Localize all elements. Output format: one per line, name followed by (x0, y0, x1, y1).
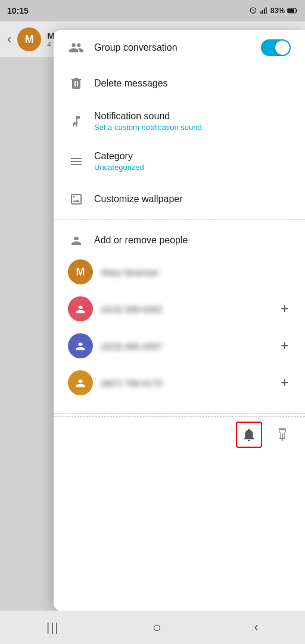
category-label: Category (94, 151, 291, 162)
svg-rect-5 (288, 9, 295, 13)
settings-panel: Group conversation Delete messages Notif… (54, 30, 305, 611)
nav-back-icon[interactable]: ‹ (254, 620, 259, 635)
notification-sound-text: Notification sound Set a custom notifica… (94, 111, 291, 132)
battery-icon (287, 7, 298, 14)
panel-bottom-bar (54, 416, 305, 453)
alarm-icon (249, 7, 257, 15)
people-section-header: Add or remove people (54, 222, 305, 253)
person-item-3: (415) 466-4307 + (54, 327, 305, 364)
pin-button[interactable] (269, 422, 295, 448)
notification-sound-item[interactable]: Notification sound Set a custom notifica… (54, 101, 305, 141)
status-time: 10:15 (7, 6, 29, 16)
person-avatar-1: M (68, 259, 93, 284)
bell-icon (241, 427, 257, 442)
music-icon (68, 113, 85, 130)
group-toggle[interactable] (261, 39, 291, 56)
person-name-3: (415) 466-4307 (101, 341, 270, 351)
delete-messages-label: Delete messages (94, 78, 291, 89)
group-conversation-label: Group conversation (94, 42, 251, 53)
notification-sound-label: Notification sound (94, 111, 291, 122)
wallpaper-icon (68, 191, 85, 208)
people-section-title: Add or remove people (94, 235, 188, 246)
person-add-4[interactable]: + (278, 373, 291, 393)
group-conversation-text: Group conversation (94, 42, 251, 53)
group-conversation-item[interactable]: Group conversation (54, 30, 305, 66)
category-sub: Uncategorized (94, 163, 291, 172)
person-name-2: (415) 308-6362 (101, 304, 270, 314)
pin-icon (275, 427, 290, 442)
divider-1 (54, 219, 305, 220)
status-icons: 83% (249, 7, 298, 15)
bell-button[interactable] (236, 422, 262, 448)
nav-home-icon[interactable]: ○ (152, 619, 161, 636)
group-icon (68, 39, 85, 56)
person-item-2: (415) 308-6362 + (54, 290, 305, 327)
trash-icon (68, 75, 85, 92)
svg-rect-0 (260, 11, 262, 14)
nav-recents-icon[interactable]: ||| (46, 621, 60, 634)
delete-messages-text: Delete messages (94, 78, 291, 89)
person-name-1: Mary Newman (101, 267, 291, 277)
person-name-4: (667) 798-5175 (101, 378, 270, 388)
back-icon[interactable]: ‹ (7, 32, 11, 47)
svg-rect-3 (266, 7, 267, 14)
person-avatar-4 (68, 370, 93, 395)
signal-icon (260, 7, 268, 15)
svg-point-6 (73, 196, 75, 198)
customize-wallpaper-item[interactable]: Customize wallpaper (54, 181, 305, 217)
customize-wallpaper-text: Customize wallpaper (94, 194, 291, 205)
person-item-4: (667) 798-5175 + (54, 364, 305, 401)
status-bar: 10:15 83% (0, 0, 305, 21)
delete-messages-item[interactable]: Delete messages (54, 66, 305, 101)
category-text: Category Uncategorized (94, 151, 291, 172)
toggle-knob (275, 41, 290, 55)
bottom-nav: ||| ○ ‹ (0, 611, 305, 644)
category-item[interactable]: Category Uncategorized (54, 141, 305, 181)
battery-level: 83% (270, 7, 285, 15)
person-add-2[interactable]: + (278, 299, 291, 319)
person-avatar-3 (68, 333, 93, 358)
svg-rect-1 (262, 10, 263, 14)
person-add-3[interactable]: + (278, 336, 291, 356)
panel-scroll-content: Group conversation Delete messages Notif… (54, 30, 305, 611)
bg-avatar: M (17, 27, 41, 51)
person-avatar-2 (68, 296, 93, 321)
divider-2 (54, 413, 305, 414)
person-icon (68, 232, 85, 249)
notification-sound-sub: Set a custom notification sound. (94, 123, 291, 132)
svg-rect-2 (264, 9, 265, 14)
person-item-1: M Mary Newman (54, 253, 305, 290)
category-icon (68, 153, 85, 170)
customize-wallpaper-label: Customize wallpaper (94, 194, 291, 205)
